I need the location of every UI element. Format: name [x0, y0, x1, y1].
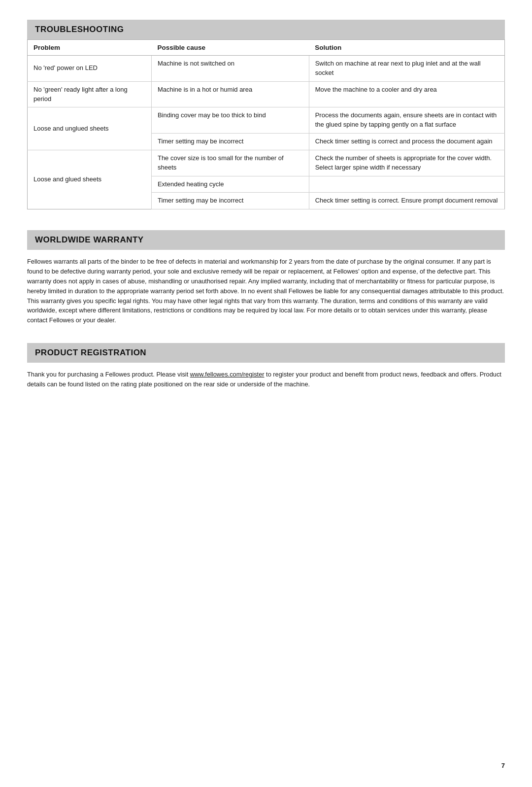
cause-cell: Timer setting may be incorrect — [151, 134, 309, 150]
problem-cell: Loose and glued sheets — [28, 150, 152, 209]
solution-cell: Move the machine to a cooler and dry are… — [309, 81, 504, 107]
solution-cell: Process the documents again, ensure shee… — [309, 107, 504, 134]
warranty-section: WORLDWIDE WARRANTY Fellowes warrants all… — [27, 230, 505, 325]
registration-section: PRODUCT REGISTRATION Thank you for purch… — [27, 343, 505, 389]
solution-cell: Check the number of sheets is appropriat… — [309, 150, 504, 176]
col-header-solution: Solution — [309, 40, 504, 56]
registration-text: Thank you for purchasing a Fellowes prod… — [27, 370, 505, 389]
solution-cell: Check timer setting is correct and proce… — [309, 134, 504, 150]
table-row: No 'red' power on LEDMachine is not swit… — [28, 56, 505, 82]
cause-cell: Timer setting may be incorrect — [151, 193, 309, 209]
troubleshooting-section: TROUBLESHOOTING Problem Possible cause S… — [27, 20, 505, 209]
table-row: Loose and glued sheetsThe cover size is … — [28, 150, 505, 176]
registration-link[interactable]: www.fellowes.com/register — [190, 371, 265, 378]
problem-cell: Loose and unglued sheets — [28, 107, 152, 150]
troubleshooting-table: Problem Possible cause Solution No 'red'… — [27, 39, 505, 209]
warranty-header: WORLDWIDE WARRANTY — [27, 230, 505, 250]
page-number: 7 — [501, 762, 505, 769]
solution-cell: Check timer setting is correct. Ensure p… — [309, 193, 504, 209]
col-header-cause: Possible cause — [151, 40, 309, 56]
table-header-row: Problem Possible cause Solution — [28, 40, 505, 56]
troubleshooting-title: TROUBLESHOOTING — [35, 25, 497, 34]
registration-text-before: Thank you for purchasing a Fellowes prod… — [27, 371, 190, 378]
cause-cell: Extended heating cycle — [151, 176, 309, 193]
warranty-text: Fellowes warrants all parts of the binde… — [27, 257, 505, 325]
cause-cell: Machine is not switched on — [151, 56, 309, 82]
cause-cell: Machine is in a hot or humid area — [151, 81, 309, 107]
troubleshooting-header: TROUBLESHOOTING — [27, 20, 505, 39]
registration-title: PRODUCT REGISTRATION — [35, 348, 497, 358]
table-row: No 'green' ready light after a long peri… — [28, 81, 505, 107]
solution-cell — [309, 176, 504, 193]
warranty-title: WORLDWIDE WARRANTY — [35, 235, 497, 245]
solution-cell: Switch on machine at rear next to plug i… — [309, 56, 504, 82]
col-header-problem: Problem — [28, 40, 152, 56]
cause-cell: The cover size is too small for the numb… — [151, 150, 309, 176]
problem-cell: No 'red' power on LED — [28, 56, 152, 82]
problem-cell: No 'green' ready light after a long peri… — [28, 81, 152, 107]
registration-header: PRODUCT REGISTRATION — [27, 343, 505, 363]
table-row: Loose and unglued sheetsBinding cover ma… — [28, 107, 505, 134]
cause-cell: Binding cover may be too thick to bind — [151, 107, 309, 134]
